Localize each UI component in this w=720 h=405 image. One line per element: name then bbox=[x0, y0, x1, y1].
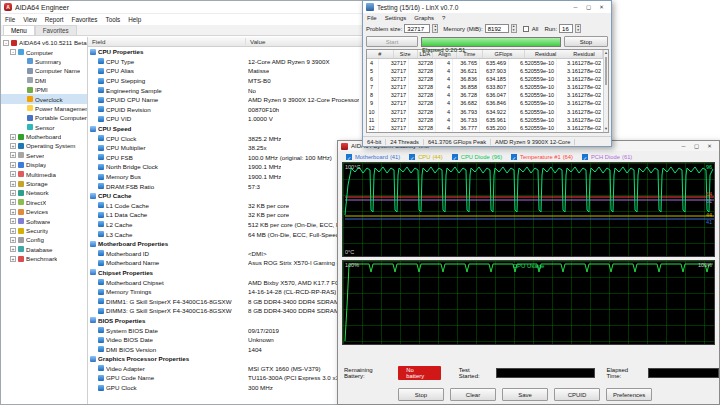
run-stepper[interactable]: ▴ ▾ bbox=[575, 24, 581, 33]
sensor-checkbox[interactable]: ✓ bbox=[346, 154, 352, 160]
tree-item[interactable]: - Computer bbox=[1, 47, 87, 56]
problem-size-input[interactable]: 32717 bbox=[404, 24, 430, 33]
scroll-up-icon[interactable]: ▲ bbox=[604, 50, 608, 56]
tree-item[interactable]: Sensor bbox=[1, 123, 87, 132]
menu-item[interactable]: Favorites bbox=[68, 16, 102, 23]
tree-item[interactable]: Portable Computer bbox=[1, 113, 87, 122]
expand-toggle-icon[interactable]: + bbox=[10, 209, 16, 215]
tree-item[interactable]: Power Management bbox=[1, 104, 87, 113]
menu-item[interactable]: Tools bbox=[102, 16, 125, 23]
stability-action-button[interactable]: Clear bbox=[450, 388, 496, 401]
results-column-header[interactable]: Residual bbox=[525, 50, 566, 58]
linx-titlebar[interactable]: Testing (15/16) - LinX v0.7.0 ─ ▢ ✕ bbox=[363, 1, 611, 13]
scroll-down-icon[interactable]: ▼ bbox=[604, 126, 608, 132]
menu-item[interactable]: Graphs bbox=[410, 15, 438, 21]
expand-toggle-icon[interactable]: + bbox=[10, 181, 16, 187]
start-button[interactable]: Start bbox=[366, 36, 418, 47]
stop-button[interactable]: Stop bbox=[564, 36, 608, 47]
table-row[interactable]: 11 32717 32728 4 36.733 635.961 6.520559… bbox=[367, 116, 603, 124]
memory-input[interactable]: 8192 bbox=[485, 24, 509, 33]
results-column-header[interactable]: # bbox=[367, 50, 394, 58]
expand-toggle-icon[interactable]: - bbox=[10, 49, 16, 55]
scrollbar-thumb[interactable] bbox=[605, 57, 607, 85]
menu-item[interactable]: File bbox=[363, 15, 381, 21]
all-memory-checkbox[interactable] bbox=[523, 26, 529, 32]
expand-toggle-icon[interactable]: + bbox=[10, 143, 16, 149]
field-column-header[interactable]: Field bbox=[88, 38, 246, 45]
table-row[interactable]: 12 32717 32728 4 36.777 635.200 6.520559… bbox=[367, 124, 603, 132]
spinner-down-icon[interactable]: ▾ bbox=[576, 29, 580, 33]
tree-item[interactable]: + Display bbox=[1, 160, 87, 169]
menu-item[interactable]: Help bbox=[124, 16, 145, 23]
page-tab[interactable]: Favorites bbox=[35, 25, 77, 35]
table-row[interactable]: 8 32717 32728 4 36.728 636.047 6.520559e… bbox=[367, 91, 603, 99]
table-row[interactable]: 6 32717 32728 4 36.836 634.185 6.520559e… bbox=[367, 75, 603, 83]
tree-item[interactable]: + Devices bbox=[1, 207, 87, 216]
close-button[interactable]: ✕ bbox=[703, 141, 716, 151]
tree-item[interactable]: + Database bbox=[1, 245, 87, 254]
results-column-header[interactable]: Residual (norm.) bbox=[566, 50, 603, 58]
tree-item[interactable]: + DirectX bbox=[1, 198, 87, 207]
close-button[interactable]: ✕ bbox=[595, 2, 608, 12]
expand-toggle-icon[interactable]: + bbox=[10, 199, 16, 205]
spinner-down-icon[interactable]: ▾ bbox=[433, 29, 437, 33]
expand-toggle-icon[interactable]: + bbox=[10, 190, 16, 196]
tree-item[interactable]: + Operating System bbox=[1, 141, 87, 150]
spinner-down-icon[interactable]: ▾ bbox=[512, 29, 516, 33]
stability-action-button[interactable]: Preferences bbox=[606, 388, 652, 401]
menu-item[interactable]: ? bbox=[438, 15, 449, 21]
expand-toggle-icon[interactable]: + bbox=[10, 134, 16, 140]
tree-item[interactable]: Overclock bbox=[1, 94, 87, 103]
minimize-button[interactable]: ─ bbox=[569, 2, 582, 12]
maximize-button[interactable]: ▢ bbox=[690, 141, 703, 151]
menu-item[interactable]: Settings bbox=[381, 15, 411, 21]
table-row[interactable]: 4 32717 32728 4 36.765 635.469 6.520559e… bbox=[367, 59, 603, 67]
expand-toggle-icon[interactable]: + bbox=[10, 162, 16, 168]
tree-item[interactable]: Summary bbox=[1, 57, 87, 66]
tree-item[interactable]: + Motherboard bbox=[1, 132, 87, 141]
stability-action-button[interactable]: Save bbox=[502, 388, 548, 401]
sensor-checkbox[interactable]: ✓ bbox=[582, 154, 588, 160]
tree-item[interactable]: + Security bbox=[1, 226, 87, 235]
stability-action-button[interactable]: Stop bbox=[398, 388, 444, 401]
tree-item[interactable]: DMI bbox=[1, 76, 87, 85]
menu-item[interactable]: Report bbox=[41, 16, 68, 23]
tree-item[interactable]: + Network bbox=[1, 188, 87, 197]
tree-item[interactable]: + Config bbox=[1, 235, 87, 244]
tree-item[interactable]: + Server bbox=[1, 151, 87, 160]
expand-toggle-icon[interactable]: + bbox=[10, 237, 16, 243]
tree-item[interactable]: - AIDA64 v6.10.5211 Beta bbox=[1, 38, 87, 47]
table-row[interactable]: 7 32717 32728 4 36.858 633.807 6.520559e… bbox=[367, 83, 603, 91]
memory-stepper[interactable]: ▴ ▾ bbox=[511, 24, 517, 33]
minimize-button[interactable]: ─ bbox=[677, 141, 690, 151]
tree-item[interactable]: + Multimedia bbox=[1, 169, 87, 178]
sensor-checkbox[interactable]: ✓ bbox=[511, 154, 517, 160]
expand-toggle-icon[interactable]: + bbox=[10, 171, 16, 177]
maximize-button[interactable]: ▢ bbox=[582, 2, 595, 12]
sensor-checkbox[interactable]: ✓ bbox=[409, 154, 415, 160]
menu-item[interactable]: File bbox=[1, 16, 19, 23]
page-tab[interactable]: Menu bbox=[3, 25, 35, 35]
problem-size-stepper[interactable]: ▴ ▾ bbox=[432, 24, 438, 33]
tree-item[interactable]: + Software bbox=[1, 216, 87, 225]
results-column-header[interactable]: Size bbox=[394, 50, 418, 58]
expand-toggle-icon[interactable]: - bbox=[3, 40, 9, 46]
expand-toggle-icon[interactable]: + bbox=[10, 218, 16, 224]
tree-item[interactable]: + Benchmark bbox=[1, 254, 87, 263]
table-row[interactable]: 10 32717 32728 4 36.793 634.922 6.520559… bbox=[367, 108, 603, 116]
expand-toggle-icon[interactable]: + bbox=[10, 256, 16, 262]
expand-toggle-icon[interactable]: + bbox=[10, 152, 16, 158]
table-row[interactable]: 5 32717 32728 4 36.621 637.903 6.520559e… bbox=[367, 67, 603, 75]
sensor-checkbox[interactable]: ✓ bbox=[452, 154, 458, 160]
table-scrollbar[interactable]: ▲ ▼ bbox=[603, 50, 608, 132]
run-count-input[interactable]: 16 bbox=[559, 24, 573, 33]
stability-action-button[interactable]: CPUID bbox=[554, 388, 600, 401]
expand-toggle-icon[interactable]: + bbox=[10, 246, 16, 252]
menu-item[interactable]: View bbox=[19, 16, 41, 23]
tree-item[interactable]: IPMI bbox=[1, 85, 87, 94]
tree-item[interactable]: + Storage bbox=[1, 179, 87, 188]
expand-toggle-icon[interactable]: + bbox=[10, 228, 16, 234]
tree-item[interactable]: Computer Name bbox=[1, 66, 87, 75]
results-column-header[interactable]: GFlops bbox=[483, 50, 526, 58]
table-row[interactable]: 9 32717 32728 4 36.682 636.846 6.520559e… bbox=[367, 99, 603, 107]
